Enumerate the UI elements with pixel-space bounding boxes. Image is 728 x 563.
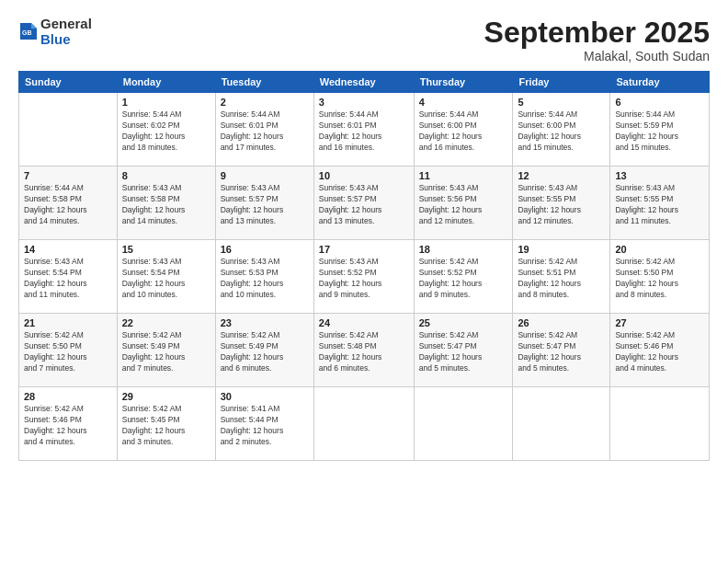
calendar-cell: 19Sunrise: 5:42 AM Sunset: 5:51 PM Dayli… [513, 240, 610, 314]
day-number: 9 [221, 170, 309, 181]
day-info: Sunrise: 5:44 AM Sunset: 6:00 PM Dayligh… [419, 109, 508, 154]
calendar-cell: 5Sunrise: 5:44 AM Sunset: 6:00 PM Daylig… [513, 93, 610, 167]
day-info: Sunrise: 5:43 AM Sunset: 5:57 PM Dayligh… [221, 183, 309, 227]
calendar-cell: 29Sunrise: 5:42 AM Sunset: 5:45 PM Dayli… [117, 387, 215, 461]
calendar-cell: 20Sunrise: 5:42 AM Sunset: 5:50 PM Dayli… [610, 240, 710, 314]
day-number: 22 [122, 317, 210, 328]
calendar-cell: 17Sunrise: 5:43 AM Sunset: 5:52 PM Dayli… [313, 240, 414, 314]
calendar-cell: 7Sunrise: 5:44 AM Sunset: 5:58 PM Daylig… [19, 167, 118, 240]
calendar-cell: 6Sunrise: 5:44 AM Sunset: 5:59 PM Daylig… [610, 93, 710, 167]
col-header-saturday: Saturday [610, 72, 710, 93]
calendar-cell: 8Sunrise: 5:43 AM Sunset: 5:58 PM Daylig… [117, 167, 215, 240]
day-info: Sunrise: 5:43 AM Sunset: 5:56 PM Dayligh… [419, 183, 508, 227]
month-title: September 2025 [484, 17, 710, 49]
col-header-sunday: Sunday [19, 72, 118, 93]
day-info: Sunrise: 5:44 AM Sunset: 6:01 PM Dayligh… [221, 109, 309, 154]
day-number: 8 [122, 170, 210, 181]
logo: GB General Blue [18, 17, 92, 47]
day-info: Sunrise: 5:42 AM Sunset: 5:46 PM Dayligh… [24, 404, 112, 448]
day-info: Sunrise: 5:42 AM Sunset: 5:51 PM Dayligh… [518, 257, 605, 301]
logo-blue: Blue [40, 32, 92, 48]
week-row: 1Sunrise: 5:44 AM Sunset: 6:02 PM Daylig… [19, 93, 710, 167]
day-number: 10 [319, 170, 409, 181]
calendar-cell: 2Sunrise: 5:44 AM Sunset: 6:01 PM Daylig… [215, 93, 313, 167]
calendar-cell: 12Sunrise: 5:43 AM Sunset: 5:55 PM Dayli… [513, 167, 610, 240]
calendar-cell: 14Sunrise: 5:43 AM Sunset: 5:54 PM Dayli… [19, 240, 118, 314]
day-number: 18 [419, 244, 508, 255]
calendar-cell [513, 387, 610, 461]
day-number: 14 [24, 244, 112, 255]
day-info: Sunrise: 5:44 AM Sunset: 6:02 PM Dayligh… [122, 109, 210, 154]
calendar-cell [610, 387, 710, 461]
day-info: Sunrise: 5:44 AM Sunset: 5:58 PM Dayligh… [24, 183, 112, 227]
calendar-cell: 24Sunrise: 5:42 AM Sunset: 5:48 PM Dayli… [313, 314, 414, 387]
col-header-wednesday: Wednesday [313, 72, 414, 93]
calendar-cell: 9Sunrise: 5:43 AM Sunset: 5:57 PM Daylig… [215, 167, 313, 240]
day-number: 2 [221, 97, 309, 108]
day-number: 30 [221, 391, 309, 402]
location: Malakal, South Sudan [484, 49, 710, 63]
calendar-cell: 10Sunrise: 5:43 AM Sunset: 5:57 PM Dayli… [313, 167, 414, 240]
day-number: 11 [419, 170, 508, 181]
calendar-cell [19, 93, 118, 167]
calendar-cell: 22Sunrise: 5:42 AM Sunset: 5:49 PM Dayli… [117, 314, 215, 387]
week-row: 21Sunrise: 5:42 AM Sunset: 5:50 PM Dayli… [19, 314, 710, 387]
day-info: Sunrise: 5:41 AM Sunset: 5:44 PM Dayligh… [221, 404, 309, 448]
day-number: 7 [24, 170, 112, 181]
calendar-cell: 21Sunrise: 5:42 AM Sunset: 5:50 PM Dayli… [19, 314, 118, 387]
calendar-cell: 25Sunrise: 5:42 AM Sunset: 5:47 PM Dayli… [414, 314, 513, 387]
day-number: 3 [319, 97, 409, 108]
day-number: 4 [419, 97, 508, 108]
day-number: 20 [615, 244, 704, 255]
calendar-cell: 16Sunrise: 5:43 AM Sunset: 5:53 PM Dayli… [215, 240, 313, 314]
calendar-cell: 18Sunrise: 5:42 AM Sunset: 5:52 PM Dayli… [414, 240, 513, 314]
calendar-cell: 28Sunrise: 5:42 AM Sunset: 5:46 PM Dayli… [19, 387, 118, 461]
col-header-tuesday: Tuesday [215, 72, 313, 93]
day-info: Sunrise: 5:42 AM Sunset: 5:47 PM Dayligh… [419, 330, 508, 374]
day-number: 6 [615, 97, 704, 108]
day-info: Sunrise: 5:42 AM Sunset: 5:49 PM Dayligh… [221, 330, 309, 374]
day-info: Sunrise: 5:44 AM Sunset: 6:00 PM Dayligh… [518, 109, 605, 154]
day-info: Sunrise: 5:42 AM Sunset: 5:52 PM Dayligh… [419, 257, 508, 301]
day-info: Sunrise: 5:44 AM Sunset: 6:01 PM Dayligh… [319, 109, 409, 154]
col-header-monday: Monday [117, 72, 215, 93]
day-info: Sunrise: 5:42 AM Sunset: 5:46 PM Dayligh… [615, 330, 704, 374]
day-info: Sunrise: 5:43 AM Sunset: 5:57 PM Dayligh… [319, 183, 409, 227]
calendar-cell: 30Sunrise: 5:41 AM Sunset: 5:44 PM Dayli… [215, 387, 313, 461]
week-row: 28Sunrise: 5:42 AM Sunset: 5:46 PM Dayli… [19, 387, 710, 461]
day-number: 12 [518, 170, 605, 181]
title-area: September 2025 Malakal, South Sudan [484, 17, 710, 63]
day-number: 27 [615, 317, 704, 328]
day-info: Sunrise: 5:42 AM Sunset: 5:50 PM Dayligh… [24, 330, 112, 374]
calendar-cell: 27Sunrise: 5:42 AM Sunset: 5:46 PM Dayli… [610, 314, 710, 387]
day-number: 16 [221, 244, 309, 255]
logo-general: General [40, 17, 92, 32]
day-number: 24 [319, 317, 409, 328]
day-number: 26 [518, 317, 605, 328]
week-row: 7Sunrise: 5:44 AM Sunset: 5:58 PM Daylig… [19, 167, 710, 240]
calendar-cell: 23Sunrise: 5:42 AM Sunset: 5:49 PM Dayli… [215, 314, 313, 387]
day-number: 28 [24, 391, 112, 402]
day-info: Sunrise: 5:43 AM Sunset: 5:58 PM Dayligh… [122, 183, 210, 227]
col-header-friday: Friday [513, 72, 610, 93]
day-number: 29 [122, 391, 210, 402]
page: GB General Blue September 2025 Malakal, … [0, 0, 728, 563]
svg-marker-1 [31, 23, 37, 29]
day-info: Sunrise: 5:43 AM Sunset: 5:54 PM Dayligh… [122, 257, 210, 301]
day-info: Sunrise: 5:43 AM Sunset: 5:53 PM Dayligh… [221, 257, 309, 301]
logo-icon: GB [18, 21, 39, 41]
calendar-cell: 13Sunrise: 5:43 AM Sunset: 5:55 PM Dayli… [610, 167, 710, 240]
calendar-cell: 1Sunrise: 5:44 AM Sunset: 6:02 PM Daylig… [117, 93, 215, 167]
day-info: Sunrise: 5:42 AM Sunset: 5:45 PM Dayligh… [122, 404, 210, 448]
day-number: 13 [615, 170, 704, 181]
calendar-cell: 26Sunrise: 5:42 AM Sunset: 5:47 PM Dayli… [513, 314, 610, 387]
day-info: Sunrise: 5:42 AM Sunset: 5:49 PM Dayligh… [122, 330, 210, 374]
calendar-cell [313, 387, 414, 461]
calendar-cell [414, 387, 513, 461]
day-number: 15 [122, 244, 210, 255]
day-info: Sunrise: 5:42 AM Sunset: 5:50 PM Dayligh… [615, 257, 704, 301]
header-row: SundayMondayTuesdayWednesdayThursdayFrid… [19, 72, 710, 93]
day-number: 1 [122, 97, 210, 108]
calendar-cell: 4Sunrise: 5:44 AM Sunset: 6:00 PM Daylig… [414, 93, 513, 167]
day-info: Sunrise: 5:44 AM Sunset: 5:59 PM Dayligh… [615, 109, 704, 154]
